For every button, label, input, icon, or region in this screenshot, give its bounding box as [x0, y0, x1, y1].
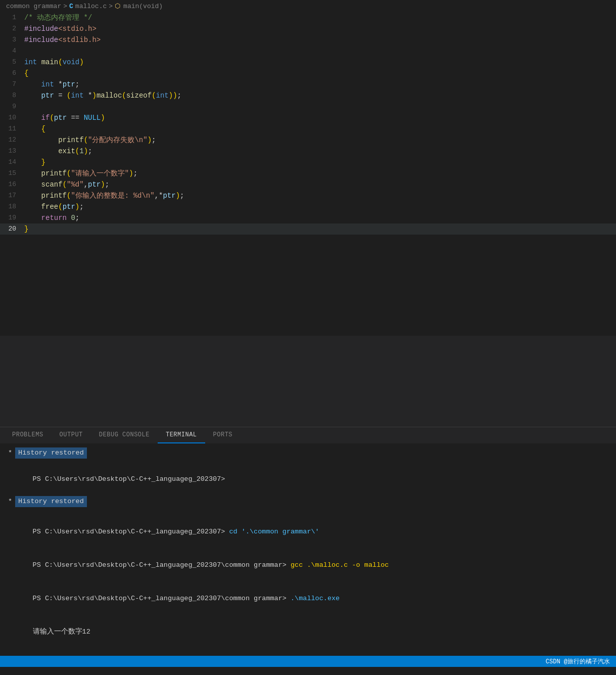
status-bar-text: CSDN @旅行的橘子汽水: [546, 657, 610, 666]
terminal-line-1: PS C:\Users\rsd\Desktop\C-C++_languageg_…: [8, 463, 608, 496]
code-line-7: 7 int *ptr;: [0, 79, 616, 90]
code-line-12: 12 printf("分配内存失败\n");: [0, 134, 616, 146]
terminal-output-1: 请输入一个数字12: [8, 615, 608, 649]
breadcrumb-func-icon: ⬡: [115, 2, 120, 10]
code-line-6: 6 {: [0, 68, 616, 79]
panel-tabs: PROBLEMS OUTPUT DEBUG CONSOLE TERMINAL P…: [0, 427, 616, 443]
tab-output[interactable]: OUTPUT: [52, 427, 91, 443]
breadcrumb-sep2: >: [109, 3, 113, 10]
code-line-17: 17 printf("你输入的整数是: %d\n",*ptr);: [0, 190, 616, 201]
terminal-line-gcc: PS C:\Users\rsd\Desktop\C-C++_languageg_…: [8, 549, 608, 582]
terminal-panel[interactable]: * History restored PS C:\Users\rsd\Deskt…: [0, 443, 616, 656]
code-line-3: 3 #include<stdlib.h>: [0, 34, 616, 46]
code-line-4: 4: [0, 46, 616, 57]
history-text-2: History restored: [15, 496, 87, 507]
status-bar: CSDN @旅行的橘子汽水: [0, 656, 616, 667]
code-line-16: 16 scanf("%d",ptr);: [0, 179, 616, 190]
tab-ports[interactable]: PORTS: [205, 427, 241, 443]
code-line-13: 13 exit(1);: [0, 146, 616, 157]
code-line-8: 8 ptr = (int *)malloc(sizeof(int));: [0, 90, 616, 101]
terminal-line-cd: PS C:\Users\rsd\Desktop\C-C++_languageg_…: [8, 515, 608, 549]
code-line-14: 14 }: [0, 157, 616, 168]
code-line-9: 9: [0, 101, 616, 112]
code-line-15: 15 printf("请输入一个数字");: [0, 168, 616, 179]
code-line-10: 10 if(ptr == NULL): [0, 112, 616, 123]
code-line-11: 11 {: [0, 123, 616, 134]
history-text-1: History restored: [15, 447, 87, 459]
history-star-1: *: [8, 448, 12, 458]
breadcrumb-lang: C: [69, 3, 73, 10]
breadcrumb-file: malloc.c: [75, 3, 107, 10]
terminal-line-exe: PS C:\Users\rsd\Desktop\C-C++_languageg_…: [8, 582, 608, 615]
tab-debug-console[interactable]: DEBUG CONSOLE: [91, 427, 158, 443]
history-star-2: *: [8, 497, 12, 507]
editor-gap: [0, 336, 616, 427]
code-line-2: 2 #include<stdio.h>: [0, 23, 616, 34]
code-line-5: 5 int main(void): [0, 57, 616, 68]
code-line-20: 20 }: [0, 223, 616, 235]
history-badge-1: * History restored: [8, 447, 87, 459]
history-badge-2: * History restored: [8, 496, 87, 507]
code-editor[interactable]: 1 /* 动态内存管理 */ 2 #include<stdio.h> 3 #in…: [0, 12, 616, 336]
tab-terminal[interactable]: TERMINAL: [158, 427, 205, 443]
app-window: common grammar > C malloc.c > ⬡ main(voi…: [0, 0, 616, 675]
code-line-1: 1 /* 动态内存管理 */: [0, 12, 616, 23]
breadcrumb-sep1: >: [63, 3, 67, 10]
tab-problems[interactable]: PROBLEMS: [4, 427, 52, 443]
breadcrumb-folder: common grammar: [6, 3, 61, 10]
code-line-19: 19 return 0;: [0, 212, 616, 223]
breadcrumb: common grammar > C malloc.c > ⬡ main(voi…: [0, 0, 616, 12]
breadcrumb-func: main(void): [123, 3, 163, 10]
code-line-18: 18 free(ptr);: [0, 201, 616, 212]
terminal-output-2: 你输入的整数是：12: [8, 649, 608, 656]
